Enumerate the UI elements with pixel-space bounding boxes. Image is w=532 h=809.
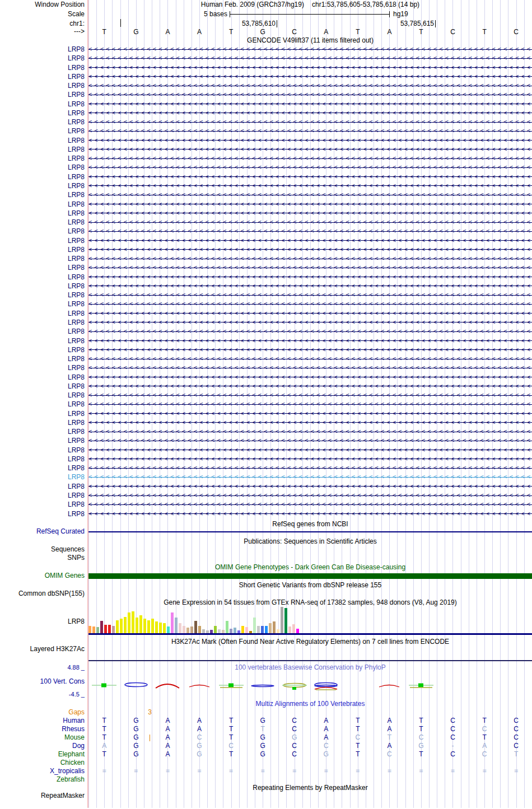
gene-row-lrp8[interactable]: LRP8<<<<<<<<<<<<<<<<<<<<<<<<<<<<<<<<<<<<… [0, 72, 532, 81]
gene-row-lrp8[interactable]: LRP8<<<<<<<<<<<<<<<<<<<<<<<<<<<<<<<<<<<<… [0, 236, 532, 245]
gene-label[interactable]: LRP8 [0, 218, 85, 227]
gene-label[interactable]: LRP8 [0, 200, 85, 209]
gene-row-lrp8[interactable]: LRP8<<<<<<<<<<<<<<<<<<<<<<<<<<<<<<<<<<<<… [0, 45, 532, 54]
gene-label[interactable]: LRP8 [0, 90, 85, 99]
gene-label[interactable]: LRP8 [0, 136, 85, 145]
gene-label[interactable]: LRP8 [0, 72, 85, 81]
gene-row-lrp8[interactable]: LRP8<<<<<<<<<<<<<<<<<<<<<<<<<<<<<<<<<<<<… [0, 382, 532, 391]
species-label[interactable]: X_tropicalis [0, 767, 85, 775]
gene-row-lrp8[interactable]: LRP8<<<<<<<<<<<<<<<<<<<<<<<<<<<<<<<<<<<<… [0, 400, 532, 409]
refseq-curated-item[interactable] [88, 531, 532, 532]
gene-label[interactable]: LRP8 [0, 109, 85, 118]
gaps-label[interactable]: Gaps [0, 708, 85, 717]
gene-row-lrp8[interactable]: LRP8<<<<<<<<<<<<<<<<<<<<<<<<<<<<<<<<<<<<… [0, 54, 532, 63]
gene-label[interactable]: LRP8 [0, 190, 85, 199]
gene-row-lrp8[interactable]: LRP8<<<<<<<<<<<<<<<<<<<<<<<<<<<<<<<<<<<<… [0, 190, 532, 199]
gene-label[interactable]: LRP8 [0, 345, 85, 354]
gene-label[interactable]: LRP8 [0, 391, 85, 400]
gene-row-lrp8[interactable]: LRP8<<<<<<<<<<<<<<<<<<<<<<<<<<<<<<<<<<<<… [0, 245, 532, 254]
gene-label[interactable]: LRP8 [0, 418, 85, 427]
gene-row-lrp8[interactable]: LRP8<<<<<<<<<<<<<<<<<<<<<<<<<<<<<<<<<<<<… [0, 491, 532, 500]
species-label[interactable]: Elephant [0, 750, 85, 759]
species-label[interactable]: Rhesus [0, 725, 85, 733]
species-label[interactable]: Human [0, 717, 85, 725]
alignment-row-zebrafish[interactable]: Zebrafish [0, 775, 532, 784]
gene-label[interactable]: LRP8 [0, 300, 85, 308]
gene-row-lrp8[interactable]: LRP8<<<<<<<<<<<<<<<<<<<<<<<<<<<<<<<<<<<<… [0, 455, 532, 464]
gene-row-lrp8[interactable]: LRP8<<<<<<<<<<<<<<<<<<<<<<<<<<<<<<<<<<<<… [0, 263, 532, 272]
species-label[interactable]: Dog [0, 742, 85, 750]
gene-row-lrp8[interactable]: LRP8<<<<<<<<<<<<<<<<<<<<<<<<<<<<<<<<<<<<… [0, 509, 532, 518]
gene-label[interactable]: LRP8 [0, 354, 85, 363]
gene-row-lrp8[interactable]: LRP8<<<<<<<<<<<<<<<<<<<<<<<<<<<<<<<<<<<<… [0, 482, 532, 491]
gene-label[interactable]: LRP8 [0, 100, 85, 109]
gene-row-lrp8[interactable]: LRP8<<<<<<<<<<<<<<<<<<<<<<<<<<<<<<<<<<<<… [0, 172, 532, 181]
gene-label[interactable]: LRP8 [0, 309, 85, 318]
refseq-curated-label[interactable]: RefSeq Curated [0, 528, 85, 535]
gene-label[interactable]: LRP8 [0, 145, 85, 154]
gtex-gene-label[interactable]: LRP8 [0, 618, 85, 625]
alignment-row-x_tropicalis[interactable]: X_tropicalis============== [0, 767, 532, 775]
omim-gene-item[interactable] [88, 573, 532, 579]
alignment-row-human[interactable]: HumanTGAATGCATATCTC [0, 717, 532, 725]
conservation-label[interactable]: 100 Vert. Cons [0, 678, 85, 685]
gene-label[interactable]: LRP8 [0, 227, 85, 236]
gene-label[interactable]: LRP8 [0, 363, 85, 372]
gene-label[interactable]: LRP8 [0, 291, 85, 300]
gene-label[interactable]: LRP8 [0, 336, 85, 345]
gene-row-lrp8[interactable]: LRP8<<<<<<<<<<<<<<<<<<<<<<<<<<<<<<<<<<<<… [0, 427, 532, 436]
gene-row-lrp8[interactable]: LRP8<<<<<<<<<<<<<<<<<<<<<<<<<<<<<<<<<<<<… [0, 500, 532, 509]
gene-row-lrp8[interactable]: LRP8<<<<<<<<<<<<<<<<<<<<<<<<<<<<<<<<<<<<… [0, 200, 532, 209]
gene-row-lrp8[interactable]: LRP8<<<<<<<<<<<<<<<<<<<<<<<<<<<<<<<<<<<<… [0, 473, 532, 481]
gene-row-lrp8[interactable]: LRP8<<<<<<<<<<<<<<<<<<<<<<<<<<<<<<<<<<<<… [0, 209, 532, 218]
gene-label[interactable]: LRP8 [0, 154, 85, 163]
gene-row-lrp8[interactable]: LRP8<<<<<<<<<<<<<<<<<<<<<<<<<<<<<<<<<<<<… [0, 291, 532, 300]
species-label[interactable]: Chicken [0, 759, 85, 767]
gene-row-lrp8[interactable]: LRP8<<<<<<<<<<<<<<<<<<<<<<<<<<<<<<<<<<<<… [0, 436, 532, 445]
gene-label[interactable]: LRP8 [0, 209, 85, 218]
publications-sequences-label[interactable]: Sequences [0, 546, 85, 553]
gene-row-lrp8[interactable]: LRP8<<<<<<<<<<<<<<<<<<<<<<<<<<<<<<<<<<<<… [0, 218, 532, 227]
alignment-row-dog[interactable]: DogAGAGCGCCTAG-AC [0, 742, 532, 750]
gene-row-lrp8[interactable]: LRP8<<<<<<<<<<<<<<<<<<<<<<<<<<<<<<<<<<<<… [0, 100, 532, 109]
gene-label[interactable]: LRP8 [0, 446, 85, 455]
gene-label[interactable]: LRP8 [0, 273, 85, 282]
gene-label[interactable]: LRP8 [0, 473, 85, 481]
species-label[interactable]: Mouse [0, 733, 85, 742]
gene-label[interactable]: LRP8 [0, 54, 85, 63]
gene-label[interactable]: LRP8 [0, 181, 85, 190]
gene-row-lrp8[interactable]: LRP8<<<<<<<<<<<<<<<<<<<<<<<<<<<<<<<<<<<<… [0, 309, 532, 318]
alignment-row-elephant[interactable]: ElephantTGAGTGCGTCTCCT [0, 750, 532, 759]
gene-label[interactable]: LRP8 [0, 436, 85, 445]
gene-label[interactable]: LRP8 [0, 373, 85, 382]
gene-row-lrp8[interactable]: LRP8<<<<<<<<<<<<<<<<<<<<<<<<<<<<<<<<<<<<… [0, 363, 532, 372]
gene-row-lrp8[interactable]: LRP8<<<<<<<<<<<<<<<<<<<<<<<<<<<<<<<<<<<<… [0, 418, 532, 427]
gene-row-lrp8[interactable]: LRP8<<<<<<<<<<<<<<<<<<<<<<<<<<<<<<<<<<<<… [0, 327, 532, 336]
gene-row-lrp8[interactable]: LRP8<<<<<<<<<<<<<<<<<<<<<<<<<<<<<<<<<<<<… [0, 145, 532, 154]
gene-row-lrp8[interactable]: LRP8<<<<<<<<<<<<<<<<<<<<<<<<<<<<<<<<<<<<… [0, 391, 532, 400]
gene-label[interactable]: LRP8 [0, 282, 85, 291]
gene-row-lrp8[interactable]: LRP8<<<<<<<<<<<<<<<<<<<<<<<<<<<<<<<<<<<<… [0, 163, 532, 172]
gene-label[interactable]: LRP8 [0, 400, 85, 409]
common-dbsnp-label[interactable]: Common dbSNP(155) [0, 590, 85, 597]
gene-row-lrp8[interactable]: LRP8<<<<<<<<<<<<<<<<<<<<<<<<<<<<<<<<<<<<… [0, 181, 532, 190]
species-label[interactable]: Zebrafish [0, 775, 85, 784]
alignment-row-chicken[interactable]: Chicken [0, 759, 532, 767]
gene-row-lrp8[interactable]: LRP8<<<<<<<<<<<<<<<<<<<<<<<<<<<<<<<<<<<<… [0, 154, 532, 163]
gene-row-lrp8[interactable]: LRP8<<<<<<<<<<<<<<<<<<<<<<<<<<<<<<<<<<<<… [0, 446, 532, 455]
gene-label[interactable]: LRP8 [0, 172, 85, 181]
alignment-row-mouse[interactable]: MouseTGACTGGACTCCTC [0, 733, 532, 742]
gene-label[interactable]: LRP8 [0, 491, 85, 500]
omim-genes-label[interactable]: OMIM Genes [0, 572, 85, 579]
alignment-row-rhesus[interactable]: RhesusTGAATTCATATCCC [0, 725, 532, 733]
gene-label[interactable]: LRP8 [0, 118, 85, 127]
gene-row-lrp8[interactable]: LRP8<<<<<<<<<<<<<<<<<<<<<<<<<<<<<<<<<<<<… [0, 345, 532, 354]
gene-row-lrp8[interactable]: LRP8<<<<<<<<<<<<<<<<<<<<<<<<<<<<<<<<<<<<… [0, 227, 532, 236]
gene-row-lrp8[interactable]: LRP8<<<<<<<<<<<<<<<<<<<<<<<<<<<<<<<<<<<<… [0, 109, 532, 118]
gene-row-lrp8[interactable]: LRP8<<<<<<<<<<<<<<<<<<<<<<<<<<<<<<<<<<<<… [0, 63, 532, 72]
gene-row-lrp8[interactable]: LRP8<<<<<<<<<<<<<<<<<<<<<<<<<<<<<<<<<<<<… [0, 81, 532, 90]
gene-label[interactable]: LRP8 [0, 327, 85, 336]
gtex-expression-barchart[interactable] [88, 607, 532, 633]
gene-label[interactable]: LRP8 [0, 127, 85, 135]
gene-label[interactable]: LRP8 [0, 254, 85, 263]
